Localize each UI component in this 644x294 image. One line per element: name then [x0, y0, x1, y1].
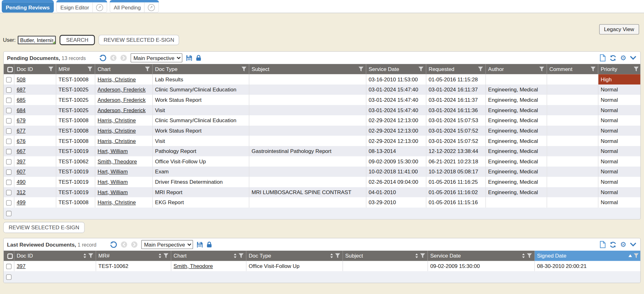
lock-icon[interactable]: [196, 55, 201, 61]
next-page-icon[interactable]: [120, 55, 127, 61]
doc-id-link[interactable]: 676: [17, 138, 25, 144]
row-checkbox[interactable]: [6, 108, 12, 113]
column-header-chart[interactable]: Chart: [95, 64, 153, 74]
perspective-select[interactable]: Main Perspective: [130, 53, 182, 63]
refresh-icon[interactable]: [609, 241, 616, 248]
settings-gear-icon[interactable]: ⚙: [620, 54, 626, 61]
lock-icon[interactable]: [207, 241, 212, 248]
chart-link[interactable]: Smith, Theodore: [174, 263, 213, 269]
user-input[interactable]: [18, 36, 56, 44]
chart-link[interactable]: Anderson, Frederick: [97, 107, 146, 113]
column-header-service-date[interactable]: Service Date: [366, 64, 426, 74]
review-selected-esign-button-bottom[interactable]: REVIEW SELECTED E-SIGN: [3, 222, 85, 233]
settings-gear-icon[interactable]: ⚙: [620, 241, 626, 248]
new-document-icon[interactable]: [600, 54, 606, 62]
column-header-chart[interactable]: Chart: [171, 251, 246, 261]
column-header-doc-type[interactable]: Doc Type: [153, 64, 249, 74]
column-header-doc-id[interactable]: Doc ID: [14, 64, 56, 74]
doc-id-link[interactable]: 490: [17, 179, 25, 185]
doc-id-link[interactable]: 679: [17, 117, 25, 124]
cell-doc-id: 397: [14, 261, 96, 271]
select-all-checkbox[interactable]: [4, 251, 14, 261]
doc-id-link[interactable]: 685: [17, 97, 25, 103]
legacy-view-button[interactable]: Legacy View: [599, 24, 639, 35]
doc-id-link[interactable]: 684: [17, 107, 25, 113]
chart-link[interactable]: Hart, William: [97, 148, 128, 155]
row-checkbox[interactable]: [6, 118, 12, 123]
row-checkbox[interactable]: [6, 211, 12, 216]
cell-chart: Harris, Christine: [95, 136, 153, 146]
previous-page-icon[interactable]: [121, 241, 127, 248]
chart-link[interactable]: Hart, William: [97, 179, 128, 185]
column-header-service-date[interactable]: Service Date: [428, 251, 535, 261]
row-checkbox[interactable]: [6, 274, 12, 280]
row-checkbox[interactable]: [6, 149, 12, 154]
row-checkbox[interactable]: [6, 77, 12, 83]
column-header-doc-id[interactable]: Doc ID: [14, 251, 96, 261]
chart-link[interactable]: Harris, Christine: [97, 76, 136, 83]
doc-id-link[interactable]: 397: [17, 263, 25, 269]
cell-chart: Anderson, Frederick: [95, 105, 153, 115]
chart-link[interactable]: Anderson, Frederick: [97, 97, 146, 103]
row-checkbox[interactable]: [6, 200, 12, 205]
column-header-comment[interactable]: Comment: [547, 64, 598, 74]
doc-id-link[interactable]: 677: [17, 128, 25, 134]
row-checkbox[interactable]: [6, 169, 12, 175]
row-checkbox[interactable]: [6, 139, 12, 144]
new-document-icon[interactable]: [600, 241, 606, 248]
doc-id-link[interactable]: 667: [17, 148, 25, 155]
doc-id-link[interactable]: 607: [17, 169, 25, 175]
doc-id-link[interactable]: 397: [17, 158, 25, 165]
chart-link[interactable]: Hart, William: [97, 189, 128, 195]
chart-link[interactable]: Anderson, Frederick: [97, 87, 146, 93]
undo-icon[interactable]: [109, 241, 117, 248]
column-header-signed-date[interactable]: Signed Date: [534, 251, 641, 261]
chart-link[interactable]: Harris, Christine: [97, 138, 136, 144]
tab-all-pending[interactable]: All Pending ↗: [110, 0, 159, 13]
doc-id-link[interactable]: 687: [17, 87, 25, 93]
column-header-mr[interactable]: MR#: [96, 251, 171, 261]
chart-link[interactable]: Harris, Christine: [97, 117, 136, 124]
row-checkbox[interactable]: [6, 159, 12, 165]
doc-id-link[interactable]: 508: [17, 76, 25, 83]
doc-id-link[interactable]: 499: [17, 199, 25, 206]
doc-id-link[interactable]: 312: [17, 189, 25, 195]
perspective-select[interactable]: Main Perspective: [141, 240, 193, 249]
save-icon[interactable]: [197, 242, 203, 248]
open-external-button[interactable]: ↗: [92, 3, 103, 12]
column-header-mr[interactable]: MR#: [56, 64, 95, 74]
tab-esign-editor[interactable]: Esign Editor ↗: [56, 0, 107, 13]
chart-link[interactable]: Smith, Theodore: [97, 158, 137, 165]
previous-page-icon[interactable]: [110, 55, 117, 61]
row-checkbox[interactable]: [6, 128, 12, 134]
undo-icon[interactable]: [99, 54, 107, 62]
column-header-subject[interactable]: Subject: [249, 64, 366, 74]
row-checkbox-cell: [4, 95, 14, 105]
row-checkbox[interactable]: [6, 190, 12, 195]
refresh-icon[interactable]: [609, 54, 616, 61]
column-header-author[interactable]: Author: [486, 64, 547, 74]
cell-priority: Normal: [598, 115, 641, 126]
open-external-button[interactable]: ↗: [144, 3, 155, 12]
cell-mr: TEST-10025: [56, 105, 95, 115]
save-icon[interactable]: [186, 55, 192, 61]
column-header-requested[interactable]: Requested: [426, 64, 485, 74]
column-header-subject[interactable]: Subject: [342, 251, 427, 261]
review-selected-esign-button[interactable]: REVIEW SELECTED E-SIGN: [99, 35, 179, 45]
select-all-checkbox[interactable]: [4, 64, 14, 74]
search-button[interactable]: SEARCH: [59, 35, 95, 45]
chart-link[interactable]: Hart, William: [97, 169, 128, 175]
column-header-doc-type[interactable]: Doc Type: [246, 251, 342, 261]
row-checkbox[interactable]: [6, 98, 12, 103]
row-checkbox[interactable]: [6, 264, 12, 269]
row-checkbox[interactable]: [6, 87, 12, 93]
column-header-priority[interactable]: Priority: [598, 64, 641, 74]
chart-link[interactable]: Harris, Christine: [97, 199, 136, 206]
collapse-chevron-down-icon[interactable]: [630, 242, 636, 247]
chart-link[interactable]: Harris, Christine: [97, 128, 136, 134]
tab-pending-reviews[interactable]: Pending Reviews: [2, 0, 54, 13]
row-checkbox[interactable]: [6, 180, 12, 185]
cell-priority: Normal: [598, 187, 641, 198]
collapse-chevron-down-icon[interactable]: [630, 56, 636, 60]
next-page-icon[interactable]: [131, 241, 137, 248]
